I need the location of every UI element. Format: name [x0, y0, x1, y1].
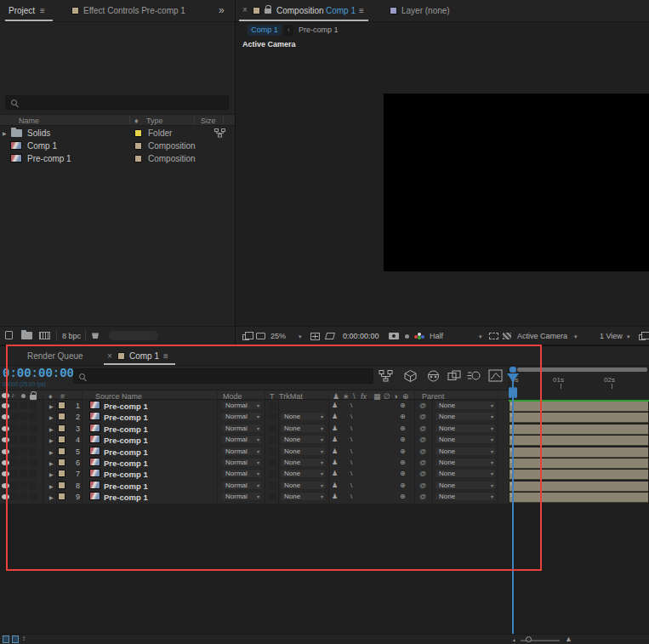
audio-switch[interactable] — [10, 447, 18, 455]
parent-pickwhip-icon[interactable]: @ — [419, 447, 426, 455]
shy-icon[interactable]: ♟ — [332, 447, 338, 455]
layer-name[interactable]: Pre-comp 1 — [104, 402, 148, 411]
parent-dropdown[interactable]: None▾ — [435, 481, 496, 490]
channel-colors-icon[interactable] — [414, 335, 418, 339]
twirl-icon[interactable]: ▶ — [49, 483, 54, 489]
mode-dropdown[interactable]: Normal▾ — [221, 469, 262, 478]
quality-icon[interactable]: \ — [350, 447, 352, 455]
audio-switch[interactable] — [10, 425, 18, 432]
close-tab-icon[interactable]: × — [107, 351, 112, 361]
shy-icon[interactable]: ♟ — [332, 493, 338, 500]
audio-switch[interactable] — [10, 470, 18, 477]
video-eye-icon[interactable] — [2, 494, 9, 499]
solo-switch[interactable] — [20, 413, 27, 420]
video-column-icon[interactable] — [2, 393, 9, 398]
tab-composition-doc[interactable]: Comp 1 — [326, 6, 356, 15]
mode-dropdown[interactable]: Normal▾ — [221, 401, 262, 410]
layer-name[interactable]: Pre-comp 1 — [104, 459, 148, 468]
transparency-grid-icon[interactable] — [503, 333, 511, 339]
quality-icon[interactable]: \ — [350, 459, 352, 466]
trkmat-dropdown[interactable]: None▾ — [280, 458, 326, 467]
audio-switch[interactable] — [10, 413, 18, 420]
motion-blur-icon[interactable] — [467, 369, 481, 382]
label-column-icon[interactable]: ♦ — [134, 117, 139, 125]
layer-duration-bar[interactable] — [510, 413, 648, 423]
shy-icon[interactable]: ♟ — [332, 413, 338, 420]
parent-pickwhip-icon[interactable]: @ — [419, 425, 426, 432]
solo-switch[interactable] — [20, 447, 27, 455]
trkmat-dropdown[interactable]: None▾ — [280, 469, 326, 478]
panel-menu-icon[interactable]: ≡ — [359, 6, 364, 15]
work-area-start-handle[interactable] — [514, 387, 517, 398]
project-row[interactable]: ▶SolidsFolder — [0, 127, 235, 140]
toggle-in-out-panes-icon[interactable]: ↕ — [22, 635, 26, 642]
breadcrumb-separator-icon[interactable]: ‹ — [284, 25, 293, 36]
mode-dropdown[interactable]: Normal▾ — [221, 492, 262, 501]
composition-viewport[interactable]: $ — [384, 94, 649, 271]
region-of-interest-icon[interactable] — [489, 333, 498, 339]
parent-pickwhip-icon[interactable]: @ — [419, 493, 426, 500]
new-folder-icon[interactable] — [21, 332, 32, 339]
layer-row[interactable]: ▶5Pre-comp 1Normal▾None▾♟\⊕@None▾ — [0, 446, 509, 457]
work-area-start-handle[interactable] — [509, 387, 512, 398]
trkmat-dropdown[interactable]: None▾ — [280, 481, 326, 490]
item-name[interactable]: Solids — [27, 128, 50, 138]
mode-dropdown[interactable]: Normal▾ — [221, 481, 262, 490]
frame-blending-icon[interactable] — [447, 369, 462, 382]
t-switch[interactable] — [269, 436, 276, 443]
lock-switch[interactable] — [29, 482, 37, 489]
mask-visibility-icon[interactable] — [325, 333, 335, 339]
bit-depth-button[interactable]: 8 bpc — [62, 332, 81, 340]
parent-pickwhip-icon[interactable]: @ — [419, 470, 426, 477]
footer-scrub-pill[interactable] — [109, 331, 158, 340]
t-switch[interactable] — [269, 447, 276, 455]
layer-row[interactable]: ▶8Pre-comp 1Normal▾None▾♟\⊕@None▾ — [0, 480, 509, 491]
shy-icon[interactable]: ♟ — [332, 436, 338, 443]
item-name[interactable]: Pre-comp 1 — [27, 154, 71, 163]
parent-pickwhip-icon[interactable]: @ — [419, 459, 426, 466]
twirl-icon[interactable]: ▶ — [49, 414, 54, 420]
quality-icon[interactable]: \ — [350, 482, 352, 489]
lock-icon[interactable] — [265, 9, 271, 14]
layer-name[interactable]: Pre-comp 1 — [104, 436, 148, 445]
video-eye-icon[interactable] — [2, 449, 9, 454]
label-color-swatch[interactable] — [58, 425, 65, 432]
breadcrumb-precomp[interactable]: Pre-comp 1 — [299, 26, 339, 34]
tab-effect-controls[interactable]: Effect Controls Pre-comp 1 — [83, 6, 185, 15]
parent-pickwhip-icon[interactable]: @ — [419, 402, 426, 409]
column-name[interactable]: Name — [19, 117, 39, 125]
timeline-search-input[interactable] — [73, 368, 373, 384]
layer-row[interactable]: ▶7Pre-comp 1Normal▾None▾♟\⊕@None▾ — [0, 468, 509, 479]
quality-icon[interactable]: \ — [350, 425, 352, 432]
layer-name[interactable]: Pre-comp 1 — [104, 413, 148, 422]
project-row[interactable]: Pre-comp 1Composition — [0, 152, 235, 165]
twirl-icon[interactable]: ▶ — [3, 130, 7, 136]
lock-switch[interactable] — [29, 425, 37, 432]
solo-switch[interactable] — [20, 402, 27, 409]
item-name[interactable]: Comp 1 — [27, 141, 57, 151]
lock-switch[interactable] — [29, 436, 37, 443]
audio-column-icon[interactable]: ♪ — [11, 391, 14, 399]
pixel-aspect-icon[interactable] — [639, 334, 646, 340]
parent-pickwhip-icon[interactable]: @ — [419, 413, 426, 420]
mode-dropdown[interactable]: Normal▾ — [221, 435, 262, 444]
3d-layer-icon[interactable]: ⊕ — [400, 447, 406, 455]
panel-menu-icon[interactable]: ≡ — [163, 351, 168, 361]
solo-column-icon[interactable] — [21, 394, 26, 398]
twirl-icon[interactable]: ▶ — [49, 449, 54, 455]
tab-comp-1[interactable]: Comp 1 — [129, 351, 159, 361]
layer-row[interactable]: ▶9Pre-comp 1Normal▾None▾♟\⊕@None▾ — [0, 491, 509, 502]
toggle-transfer-controls-icon[interactable] — [12, 635, 19, 643]
label-color-swatch[interactable] — [58, 470, 65, 477]
hide-shy-layers-icon[interactable] — [426, 369, 441, 382]
playhead-handle-icon[interactable] — [507, 373, 519, 382]
tab-render-queue[interactable]: Render Queue — [27, 351, 83, 361]
label-color-swatch[interactable] — [58, 436, 65, 443]
quality-icon[interactable]: \ — [350, 413, 352, 420]
lock-switch[interactable] — [29, 459, 37, 466]
zoom-out-mountain-icon[interactable]: ▲ — [512, 637, 516, 642]
snapshot-camera-icon[interactable] — [389, 333, 399, 339]
lock-switch[interactable] — [29, 470, 37, 477]
quality-icon[interactable]: \ — [350, 470, 352, 477]
3d-layer-icon[interactable]: ⊕ — [400, 459, 406, 466]
